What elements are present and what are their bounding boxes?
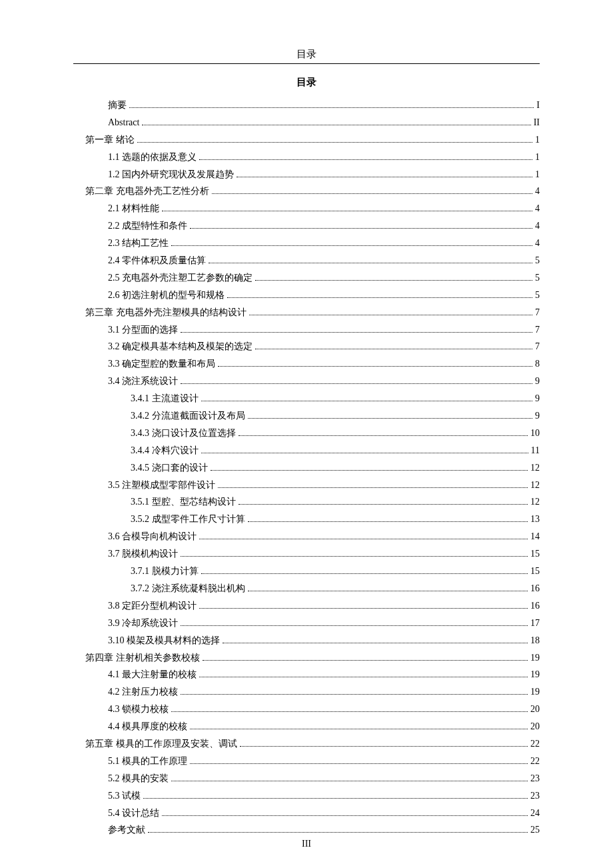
toc-leader [199, 533, 528, 539]
toc-entry: 2.5 充电器外壳注塑工艺参数的确定5 [73, 269, 540, 287]
toc-entry: 3.7.2 浇注系统凝料脱出机构16 [73, 580, 540, 597]
toc-leader [239, 430, 528, 436]
toc-entry: 2.3 结构工艺性4 [73, 235, 540, 252]
toc-leader [171, 775, 528, 781]
toc-label: 3.6 合模导向机构设计 [108, 528, 197, 545]
toc-page: 13 [530, 511, 540, 528]
toc-page: 4 [535, 235, 540, 252]
toc-label: 摘要 [108, 97, 127, 114]
toc-entry: 5.2 模具的安装23 [73, 770, 540, 787]
toc-label: 5.1 模具的工作原理 [108, 753, 187, 770]
toc-label: 2.6 初选注射机的型号和规格 [108, 287, 225, 304]
toc-entry: 3.2 确定模具基本结构及模架的选定7 [73, 338, 540, 355]
toc-leader [171, 240, 532, 246]
toc-leader [181, 326, 532, 332]
toc-leader [162, 205, 532, 211]
toc-page: I [536, 97, 540, 114]
toc-label: 3.8 定距分型机构设计 [108, 597, 197, 615]
toc-label: 第二章 充电器外壳工艺性分析 [85, 183, 209, 200]
toc-entry: 3.5.2 成型零件工作尺寸计算13 [73, 511, 540, 528]
toc-page: 7 [535, 338, 540, 355]
toc-label: 3.4.4 冷料穴设计 [131, 442, 199, 459]
toc-label: 3.4.1 主流道设计 [131, 390, 199, 407]
toc-leader [142, 119, 530, 125]
toc-label: 3.2 确定模具基本结构及模架的选定 [108, 338, 253, 355]
page-title: 目录 [73, 76, 540, 89]
toc-leader [129, 102, 534, 108]
toc-leader [190, 223, 532, 229]
toc-page: 14 [530, 528, 540, 545]
toc-entry: 3.1 分型面的选择7 [73, 321, 540, 339]
toc-label: 5.4 设计总结 [108, 805, 159, 822]
toc-page: 1 [535, 131, 540, 149]
toc-page: 15 [530, 545, 540, 563]
toc-label: 1.2 国内外研究现状及发展趋势 [108, 166, 234, 183]
toc-leader [218, 361, 532, 367]
toc-entry: 3.7.1 脱模力计算15 [73, 563, 540, 580]
toc-label: 3.10 模架及模具材料的选择 [108, 632, 220, 649]
toc-page: 25 [530, 821, 540, 839]
toc-page: 24 [530, 805, 540, 822]
toc-entry: 3.4.3 浇口设计及位置选择10 [73, 425, 540, 442]
toc-label: 5.2 模具的安装 [108, 770, 169, 787]
page-number: III [0, 839, 613, 849]
toc-page: 9 [535, 390, 540, 407]
toc-leader [181, 551, 528, 557]
toc-page: 19 [530, 666, 540, 683]
toc-label: 3.4.2 分流道截面设计及布局 [131, 407, 245, 425]
toc-entry: 4.2 注射压力校核19 [73, 683, 540, 701]
toc-entry: 第四章 注射机相关参数校核19 [73, 649, 540, 667]
toc-label: 第四章 注射机相关参数校核 [85, 649, 200, 667]
toc-page: 19 [530, 683, 540, 701]
toc-leader [211, 464, 528, 470]
toc-entry: 3.6 合模导向机构设计14 [73, 528, 540, 545]
toc-leader [181, 378, 532, 384]
toc-label: 2.4 零件体积及质量估算 [108, 252, 206, 269]
toc-leader [203, 654, 528, 660]
toc-entry: 3.4.2 分流道截面设计及布局9 [73, 407, 540, 425]
toc-leader [143, 792, 528, 798]
toc-leader [148, 827, 528, 833]
toc-leader [212, 188, 533, 194]
toc-label: 3.3 确定型腔的数量和布局 [108, 355, 215, 373]
toc-label: 3.5.2 成型零件工作尺寸计算 [131, 511, 245, 528]
toc-page: 4 [535, 183, 540, 200]
toc-entry: 3.5 注塑模成型零部件设计12 [73, 477, 540, 494]
toc-page: 5 [535, 252, 540, 269]
toc-label: 3.5.1 型腔、型芯结构设计 [131, 493, 236, 511]
toc-leader [209, 257, 532, 263]
toc-label: 2.2 成型特性和条件 [108, 217, 187, 235]
toc-leader [255, 343, 532, 349]
toc-entry: 3.4.5 浇口套的设计12 [73, 459, 540, 477]
toc-label: Abstract [108, 114, 139, 131]
toc-leader [171, 706, 528, 712]
toc-entry: 2.1 材料性能4 [73, 200, 540, 217]
toc-entry: 第二章 充电器外壳工艺性分析4 [73, 183, 540, 200]
toc-label: 3.4.3 浇口设计及位置选择 [131, 425, 236, 442]
toc-label: 5.3 试模 [108, 787, 141, 805]
toc-entry: 1.2 国内外研究现状及发展趋势1 [73, 166, 540, 183]
toc-entry: 3.3 确定型腔的数量和布局8 [73, 355, 540, 373]
toc-entry: 3.7 脱模机构设计15 [73, 545, 540, 563]
toc-leader [137, 136, 533, 142]
toc-leader [162, 809, 528, 815]
toc-entry: 4.3 锁模力校核20 [73, 701, 540, 718]
toc-page: 23 [530, 787, 540, 805]
toc-entry: 3.8 定距分型机构设计16 [73, 597, 540, 615]
toc-leader [201, 395, 533, 401]
toc-page: 7 [535, 304, 540, 321]
toc-leader [240, 741, 528, 747]
toc-label: 4.3 锁模力校核 [108, 701, 169, 718]
toc-page: 11 [531, 442, 540, 459]
toc-entry: 1.1 选题的依据及意义1 [73, 149, 540, 166]
toc-page: 16 [530, 597, 540, 615]
toc-label: 3.7.2 浇注系统凝料脱出机构 [131, 580, 245, 597]
toc-leader [237, 171, 532, 177]
toc-label: 2.1 材料性能 [108, 200, 159, 217]
toc-entry: 5.1 模具的工作原理22 [73, 753, 540, 770]
header-rule [73, 63, 540, 64]
toc-entry: 2.6 初选注射机的型号和规格5 [73, 287, 540, 304]
toc-entry: 3.4 浇注系统设计9 [73, 373, 540, 390]
toc-entry: 4.1 最大注射量的校核19 [73, 666, 540, 683]
toc-label: 第三章 充电器外壳注塑模具的结构设计 [85, 304, 247, 321]
